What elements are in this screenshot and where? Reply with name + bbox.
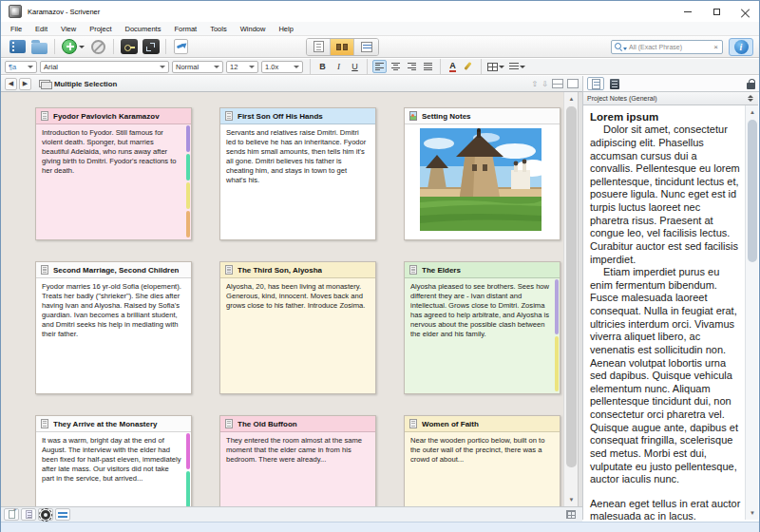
menu-tools[interactable]: Tools xyxy=(203,22,234,36)
document-icon xyxy=(409,265,417,275)
new-card-icon xyxy=(9,510,15,519)
minimize-button[interactable] xyxy=(674,1,702,22)
import-button[interactable] xyxy=(171,38,191,55)
corkboard-scrollbar[interactable]: ▲ ▼ xyxy=(563,92,578,506)
format-separator xyxy=(310,59,311,74)
line-spacing-dropdown[interactable]: 1.0x xyxy=(261,61,303,73)
search-options-caret-icon[interactable] xyxy=(623,48,627,50)
back-button[interactable]: ◀ xyxy=(5,78,17,90)
duplicate-card-button[interactable] xyxy=(21,508,36,521)
text-color-button[interactable]: A xyxy=(446,60,460,73)
scroll-down-icon[interactable]: ▼ xyxy=(746,506,758,520)
maximize-button[interactable] xyxy=(702,1,731,22)
close-button[interactable] xyxy=(731,1,759,22)
menu-help[interactable]: Help xyxy=(272,22,299,36)
notes-pane-header[interactable]: Project Notes (General) xyxy=(583,92,758,105)
lock-icon[interactable] xyxy=(747,83,755,89)
document-icon xyxy=(41,111,48,121)
search-clear-button[interactable]: × xyxy=(712,43,719,51)
style-dropdown[interactable]: ¶a xyxy=(5,61,37,73)
index-card[interactable]: The Third Son, Alyosha Alyosha, 20, has … xyxy=(219,261,376,394)
references-tab[interactable] xyxy=(606,77,623,90)
align-justify-button[interactable] xyxy=(421,60,435,73)
add-item-button[interactable] xyxy=(60,38,86,55)
preset-dropdown[interactable]: Normal xyxy=(172,61,223,73)
list-button[interactable] xyxy=(507,60,526,73)
notes-scrollbar[interactable]: ▲ ▼ xyxy=(745,105,758,520)
collections-button[interactable] xyxy=(29,38,49,55)
index-card[interactable]: First Son Off His Hands Servants and rel… xyxy=(219,107,376,240)
notes-tab[interactable] xyxy=(587,77,604,90)
align-right-button[interactable] xyxy=(405,60,419,73)
card-synopsis: It was a warm, bright day at the end of … xyxy=(42,436,182,484)
menu-project[interactable]: Project xyxy=(83,22,118,36)
corkboard-scroll-thumb[interactable] xyxy=(566,106,577,467)
list-icon xyxy=(509,63,519,71)
format-separator xyxy=(440,59,441,74)
editor-header: ◀ ▶ Multiple Selection ⇧ ⇩ xyxy=(1,76,582,92)
inspector-toggle-button[interactable]: i xyxy=(729,38,753,56)
table-button[interactable] xyxy=(486,60,505,73)
remove-item-button[interactable] xyxy=(88,38,108,55)
card-header: The Third Son, Alyosha xyxy=(220,262,375,278)
notes-scroll-thumb[interactable] xyxy=(748,120,757,262)
stepper-down-icon xyxy=(748,99,753,102)
font-size-value: 12 xyxy=(230,63,238,71)
index-card[interactable]: The Old Buffoon They entered the room al… xyxy=(219,415,376,506)
font-dropdown[interactable]: Arial xyxy=(40,61,169,73)
keywords-button[interactable] xyxy=(119,38,139,55)
compose-mode-button[interactable] xyxy=(141,38,161,55)
style-label: ¶a xyxy=(9,63,16,71)
menu-window[interactable]: Window xyxy=(234,22,273,36)
scroll-up-icon[interactable]: ▲ xyxy=(746,105,758,119)
forward-button[interactable]: ▶ xyxy=(19,78,31,90)
align-center-button[interactable] xyxy=(389,60,403,73)
card-title: The Elders xyxy=(422,266,461,275)
search-icon xyxy=(615,43,622,50)
align-left-button[interactable] xyxy=(372,60,387,73)
search-input[interactable]: All (Exact Phrase) × xyxy=(611,40,723,54)
index-card[interactable]: They Arrive at the Monastery It was a wa… xyxy=(35,415,192,506)
index-card[interactable]: The Elders Alyosha pleased to see brothe… xyxy=(404,261,560,394)
menu-view[interactable]: View xyxy=(54,22,83,36)
toolbar-separator xyxy=(113,39,114,54)
bold-button[interactable]: B xyxy=(315,60,330,73)
menu-format[interactable]: Format xyxy=(167,22,203,36)
notes-pane-stepper[interactable] xyxy=(746,93,754,104)
new-card-button[interactable] xyxy=(4,508,19,521)
duplicate-card-icon xyxy=(26,510,32,519)
card-header: The Elders xyxy=(405,262,560,278)
index-card[interactable]: Second Marriage, Second Children Fyodor … xyxy=(35,261,192,394)
menu-file[interactable]: File xyxy=(4,22,28,36)
index-card[interactable]: Fyodor Pavlovich Karamazov Introduction … xyxy=(35,107,192,240)
menu-documents[interactable]: Documents xyxy=(119,22,168,36)
align-left-icon xyxy=(375,63,384,70)
document-view-button[interactable] xyxy=(307,39,331,55)
next-document-icon[interactable]: ⇩ xyxy=(542,80,548,88)
menu-edit[interactable]: Edit xyxy=(28,22,54,36)
preset-name: Normal xyxy=(176,63,199,71)
underline-button[interactable]: U xyxy=(348,60,362,73)
outline-view-button[interactable] xyxy=(354,39,378,55)
corkboard[interactable]: Fyodor Pavlovich Karamazov Introduction … xyxy=(1,92,563,506)
search-placeholder: All (Exact Phrase) xyxy=(629,44,712,50)
corkboard-view-button[interactable] xyxy=(331,39,354,55)
scroll-down-icon[interactable]: ▼ xyxy=(564,493,579,506)
project-notes-editor[interactable]: Lorem ipsum Dolor sit amet, consectetur … xyxy=(583,105,745,520)
corkboard-options-button[interactable] xyxy=(38,508,53,521)
highlight-button[interactable] xyxy=(462,60,476,73)
index-card[interactable]: Women of Faith Near the wooden portico b… xyxy=(404,415,560,506)
index-card[interactable]: Setting Notes xyxy=(404,107,560,240)
arrange-cards-button[interactable] xyxy=(55,508,70,521)
previous-document-icon[interactable]: ⇧ xyxy=(532,80,539,88)
card-body: Alyosha, 20, has been living at monaster… xyxy=(220,278,375,393)
scroll-up-icon[interactable]: ▲ xyxy=(564,92,579,105)
table-icon xyxy=(487,63,498,71)
keywords-icon xyxy=(121,39,138,54)
font-size-dropdown[interactable]: 12 xyxy=(226,61,258,73)
card-numbers-icon[interactable] xyxy=(566,510,576,519)
no-split-icon[interactable] xyxy=(567,79,579,88)
italic-button[interactable]: I xyxy=(332,60,346,73)
binder-toggle-button[interactable] xyxy=(8,38,28,55)
split-horizontal-icon[interactable] xyxy=(552,79,563,88)
